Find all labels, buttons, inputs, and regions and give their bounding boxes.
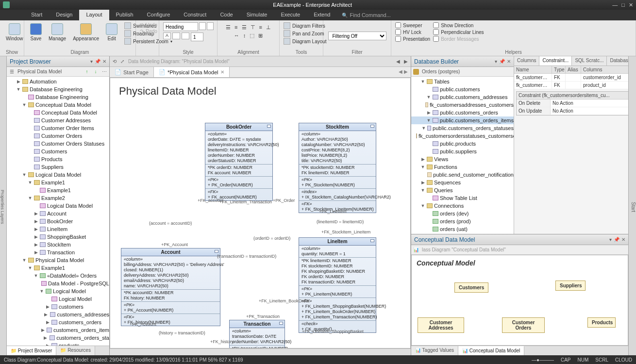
pb-up-icon[interactable]: ↑: [84, 69, 90, 75]
tree-node[interactable]: Show Table List: [411, 194, 514, 202]
tree-node[interactable]: ▶customers_orders_item: [7, 326, 109, 334]
tree-node[interactable]: ▶Views: [411, 155, 514, 163]
left-strip[interactable]: Properties Layers: [0, 56, 7, 355]
conceptual-canvas[interactable]: Conceptual Model Customers Suppliers Cus…: [411, 255, 628, 346]
entity-lineitem[interactable]: LineItem «column»quantity: NUMBER = 1 *P…: [299, 237, 376, 333]
cdm-tab[interactable]: 📊 Tagged Values: [411, 346, 458, 355]
ribbon-tab-execute[interactable]: Execute: [274, 10, 307, 20]
cnode-products[interactable]: Products: [587, 317, 616, 328]
tree-node[interactable]: ▶BookOrder: [7, 217, 109, 225]
ribbon-tab-extend[interactable]: Extend: [307, 10, 337, 20]
tree-node[interactable]: orders (uat): [411, 225, 514, 233]
perpendicular-check[interactable]: Perpendicular Lines: [433, 29, 484, 35]
tree-node[interactable]: Customer Orders Statuses: [7, 140, 109, 148]
tree-node[interactable]: ▶products: [7, 342, 109, 346]
constraint-row[interactable]: On UpdateNo Action: [517, 107, 636, 115]
line-width-input[interactable]: [191, 33, 203, 41]
dist-h-icon[interactable]: ↔: [234, 33, 239, 39]
grid-row[interactable]: fk_customersordersFKcustomerorder_id: [514, 74, 636, 82]
ribbon-tab-construct[interactable]: Construct: [177, 10, 213, 20]
ribbon-tab-code[interactable]: Code: [213, 10, 239, 20]
tree-node[interactable]: ▶Transaction: [7, 248, 109, 256]
cdm-tab[interactable]: 📊 Conceptual Data Model: [458, 346, 524, 355]
prop-tab[interactable]: SQL Scratc...: [572, 56, 607, 66]
style-heading-select[interactable]: [163, 22, 198, 31]
project-browser-tree[interactable]: ▶Automation▼Database EngineeringDatabase…: [7, 77, 109, 346]
tree-node[interactable]: ▶customers_orders_sta: [7, 334, 109, 342]
pb-tab[interactable]: 📁 Resources: [56, 346, 95, 355]
show-direction-check[interactable]: Show Direction: [433, 22, 484, 28]
manage-button[interactable]: Manage: [47, 22, 68, 42]
tree-node[interactable]: Conceptual Data Model: [7, 109, 109, 116]
tree-node[interactable]: Database Engineering: [7, 93, 109, 101]
doc-tab[interactable]: 📄Start Page: [110, 67, 154, 77]
tree-node[interactable]: ▼Logical Model: [7, 287, 109, 295]
pb-drop-icon[interactable]: ▾: [90, 59, 93, 64]
presentation-check[interactable]: Presentation: [395, 36, 430, 42]
tree-node[interactable]: ▶customers_orders: [7, 318, 109, 326]
db-root-label[interactable]: Orders (postgres): [422, 69, 460, 74]
constraint-grid[interactable]: Name Type Alias Columns fk_customersorde…: [514, 66, 636, 89]
diagram-filters-button[interactable]: Diagram Filters: [284, 22, 327, 29]
align-bottom-icon[interactable]: ⊥: [266, 24, 271, 31]
cdm-close-icon[interactable]: ✕: [621, 237, 625, 242]
window-button[interactable]: Window: [4, 22, 25, 42]
fill-color-button[interactable]: [172, 33, 180, 39]
tree-node[interactable]: ▼Logical Data Model: [7, 171, 109, 179]
ribbon-tab-start[interactable]: Start: [24, 10, 49, 20]
cnode-customers[interactable]: Customers: [454, 282, 488, 293]
line-color-button[interactable]: [182, 33, 189, 39]
tree-node[interactable]: ▶customers_addresses: [7, 311, 109, 318]
prop-tab[interactable]: Columns: [514, 56, 539, 66]
tree-node[interactable]: ▼Connections: [411, 202, 514, 210]
tree-node[interactable]: ▶ShoppingBasket: [7, 233, 109, 241]
cnode-custaddr[interactable]: Customer Addresses: [418, 317, 464, 333]
tree-node[interactable]: Customer Addresses: [7, 116, 109, 124]
constraint-row[interactable]: On DeleteNo Action: [517, 99, 636, 107]
db-tree[interactable]: ▼Tablespublic.customers▼public.customers…: [411, 77, 514, 234]
tree-node[interactable]: public.send_customer_notification: [411, 171, 514, 179]
align-center-icon[interactable]: ≡: [234, 24, 237, 31]
dist-v-icon[interactable]: ↕: [243, 33, 246, 39]
dbb-drop-icon[interactable]: ▾: [495, 59, 497, 64]
cdm-pin-icon[interactable]: 📌: [614, 237, 619, 242]
pb-pin-icon[interactable]: 📌: [95, 59, 100, 64]
tree-node[interactable]: ▼«DataModel» Orders: [7, 272, 109, 280]
align-right-icon[interactable]: ☰: [242, 24, 247, 31]
tree-node[interactable]: ▼Database Engineering: [7, 85, 109, 93]
tree-node[interactable]: Products: [7, 155, 109, 163]
dbb-pin-icon[interactable]: 📌: [499, 59, 505, 64]
filter-select[interactable]: Filtering Off: [328, 32, 386, 40]
grid-row[interactable]: fk_customersordersFKproduct_id: [514, 82, 636, 89]
tree-node[interactable]: Suppliers: [7, 163, 109, 171]
tree-node[interactable]: public.suppliers: [411, 148, 514, 155]
diagram-prev-icon[interactable]: ◀: [396, 59, 400, 64]
doc-tab[interactable]: 📄*Physical Data Model✕: [154, 67, 230, 77]
pan-zoom-button[interactable]: Pan and Zoom: [284, 30, 327, 37]
diagram-layout-button[interactable]: Diagram Layout: [284, 38, 327, 45]
entity-bookorder[interactable]: BookOrder «column»orderDate: DATE = sysd…: [205, 123, 273, 201]
save-button[interactable]: Save: [28, 22, 44, 42]
font-color-button[interactable]: A: [163, 33, 171, 39]
undo-button[interactable]: ↶Undo: [140, 22, 157, 28]
tree-node[interactable]: ▶customers: [7, 303, 109, 311]
tree-node[interactable]: fk_customersordersstatuses_customersor: [411, 132, 514, 140]
pb-tab[interactable]: 📁 Project Browser: [7, 346, 56, 355]
align-top-icon[interactable]: ⊤: [251, 24, 255, 31]
ribbon-tab-publish[interactable]: Publish: [109, 10, 140, 20]
diagram-nav-icon[interactable]: ⟲: [113, 59, 117, 64]
tree-node[interactable]: ▼Example1: [7, 264, 109, 272]
ribbon-tab-configure[interactable]: Configure: [140, 10, 177, 20]
tree-node[interactable]: ▼public.customers_orders_items: [411, 116, 514, 124]
tree-node[interactable]: ▼Example2: [7, 194, 109, 202]
tree-node[interactable]: ▼Functions: [411, 163, 514, 171]
minimize-button[interactable]: —: [612, 2, 618, 8]
tree-node[interactable]: ▶StockItem: [7, 241, 109, 248]
edit-button[interactable]: Edit: [104, 22, 119, 42]
pb-tree-icon[interactable]: ☰: [9, 69, 15, 75]
tree-node[interactable]: public.products: [411, 140, 514, 148]
tree-node[interactable]: Customer Orders: [7, 132, 109, 140]
ribbon-tab-simulate[interactable]: Simulate: [240, 10, 274, 20]
entity-stockitem[interactable]: StockItem «column»Author: VARCHAR2(50)ca…: [299, 123, 376, 213]
tree-node[interactable]: ▶Automation: [7, 78, 109, 85]
